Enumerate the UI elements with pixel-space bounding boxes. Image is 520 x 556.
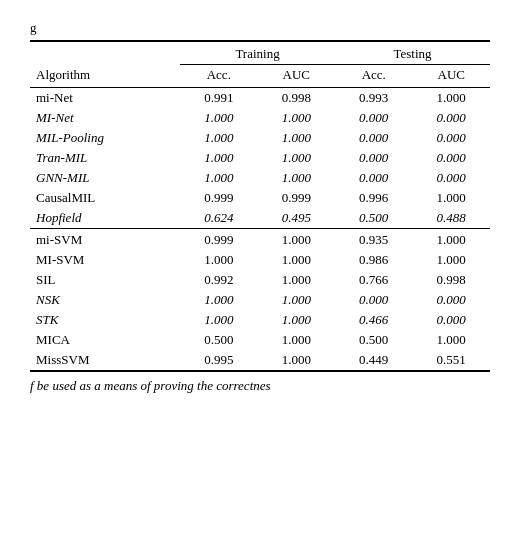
value-cell: 0.500 (180, 330, 257, 350)
table-row: Hopfield0.6240.4950.5000.488 (30, 208, 490, 229)
training-group-header: Training (180, 41, 335, 65)
header-row-sub: Algorithm Acc. AUC Acc. AUC (30, 65, 490, 88)
algo-cell: Hopfield (30, 208, 180, 229)
table-row: GNN-MIL1.0001.0000.0000.000 (30, 168, 490, 188)
value-cell: 0.551 (412, 350, 490, 371)
table-container: g Training Testing Algorithm Acc. AUC Ac… (30, 20, 490, 394)
testing-auc-header: AUC (412, 65, 490, 88)
table-row: MI-Net1.0001.0000.0000.000 (30, 108, 490, 128)
algo-cell: NSK (30, 290, 180, 310)
table-row: MissSVM0.9951.0000.4490.551 (30, 350, 490, 371)
value-cell: 1.000 (258, 250, 335, 270)
value-cell: 1.000 (412, 88, 490, 109)
value-cell: 0.998 (412, 270, 490, 290)
results-table: Training Testing Algorithm Acc. AUC Acc.… (30, 40, 490, 372)
value-cell: 0.000 (335, 108, 412, 128)
algo-cell: Tran-MIL (30, 148, 180, 168)
value-cell: 1.000 (258, 168, 335, 188)
value-cell: 0.999 (180, 188, 257, 208)
value-cell: 1.000 (180, 310, 257, 330)
value-cell: 0.500 (335, 330, 412, 350)
value-cell: 1.000 (412, 229, 490, 251)
table-row: STK1.0001.0000.4660.000 (30, 310, 490, 330)
training-acc-header: Acc. (180, 65, 257, 88)
value-cell: 1.000 (180, 128, 257, 148)
value-cell: 0.000 (335, 168, 412, 188)
value-cell: 0.992 (180, 270, 257, 290)
value-cell: 0.000 (412, 148, 490, 168)
value-cell: 1.000 (412, 330, 490, 350)
value-cell: 1.000 (258, 270, 335, 290)
value-cell: 0.495 (258, 208, 335, 229)
value-cell: 0.500 (335, 208, 412, 229)
value-cell: 0.998 (258, 88, 335, 109)
value-cell: 1.000 (258, 128, 335, 148)
table-row: mi-SVM0.9991.0000.9351.000 (30, 229, 490, 251)
table-row: Tran-MIL1.0001.0000.0000.000 (30, 148, 490, 168)
header-row-group: Training Testing (30, 41, 490, 65)
table-row: MI-SVM1.0001.0000.9861.000 (30, 250, 490, 270)
algo-cell: MI-SVM (30, 250, 180, 270)
algo-cell: SIL (30, 270, 180, 290)
value-cell: 1.000 (180, 250, 257, 270)
top-partial-text: g (30, 20, 490, 36)
testing-group-header: Testing (335, 41, 490, 65)
value-cell: 1.000 (258, 148, 335, 168)
value-cell: 0.993 (335, 88, 412, 109)
value-cell: 0.000 (335, 290, 412, 310)
value-cell: 1.000 (180, 168, 257, 188)
value-cell: 1.000 (258, 350, 335, 371)
value-cell: 1.000 (258, 310, 335, 330)
algorithm-col-spacer (30, 41, 180, 65)
value-cell: 1.000 (180, 290, 257, 310)
value-cell: 1.000 (258, 330, 335, 350)
value-cell: 0.000 (412, 290, 490, 310)
table-row: CausalMIL0.9990.9990.9961.000 (30, 188, 490, 208)
value-cell: 1.000 (258, 108, 335, 128)
value-cell: 1.000 (258, 290, 335, 310)
value-cell: 1.000 (258, 229, 335, 251)
value-cell: 0.000 (412, 310, 490, 330)
value-cell: 0.000 (335, 148, 412, 168)
algo-cell: STK (30, 310, 180, 330)
value-cell: 0.000 (335, 128, 412, 148)
value-cell: 0.000 (412, 128, 490, 148)
value-cell: 1.000 (412, 250, 490, 270)
table-row: MICA0.5001.0000.5001.000 (30, 330, 490, 350)
value-cell: 0.000 (412, 168, 490, 188)
value-cell: 0.488 (412, 208, 490, 229)
algo-cell: GNN-MIL (30, 168, 180, 188)
value-cell: 1.000 (412, 188, 490, 208)
algo-cell: MICA (30, 330, 180, 350)
table-row: MIL-Pooling1.0001.0000.0000.000 (30, 128, 490, 148)
algo-cell: MI-Net (30, 108, 180, 128)
value-cell: 0.624 (180, 208, 257, 229)
value-cell: 0.000 (412, 108, 490, 128)
table-row: NSK1.0001.0000.0000.000 (30, 290, 490, 310)
value-cell: 0.991 (180, 88, 257, 109)
algo-cell: mi-SVM (30, 229, 180, 251)
algo-cell: MIL-Pooling (30, 128, 180, 148)
table-row: mi-Net0.9910.9980.9931.000 (30, 88, 490, 109)
bottom-partial-text: f be used as a means of proving the corr… (30, 378, 490, 394)
algo-cell: MissSVM (30, 350, 180, 371)
value-cell: 0.996 (335, 188, 412, 208)
algo-cell: mi-Net (30, 88, 180, 109)
value-cell: 0.766 (335, 270, 412, 290)
training-auc-header: AUC (258, 65, 335, 88)
value-cell: 0.986 (335, 250, 412, 270)
testing-acc-header: Acc. (335, 65, 412, 88)
value-cell: 0.999 (258, 188, 335, 208)
value-cell: 1.000 (180, 148, 257, 168)
value-cell: 0.466 (335, 310, 412, 330)
value-cell: 0.999 (180, 229, 257, 251)
value-cell: 0.935 (335, 229, 412, 251)
value-cell: 0.449 (335, 350, 412, 371)
algorithm-subheader: Algorithm (30, 65, 180, 88)
table-row: SIL0.9921.0000.7660.998 (30, 270, 490, 290)
value-cell: 0.995 (180, 350, 257, 371)
algo-cell: CausalMIL (30, 188, 180, 208)
value-cell: 1.000 (180, 108, 257, 128)
